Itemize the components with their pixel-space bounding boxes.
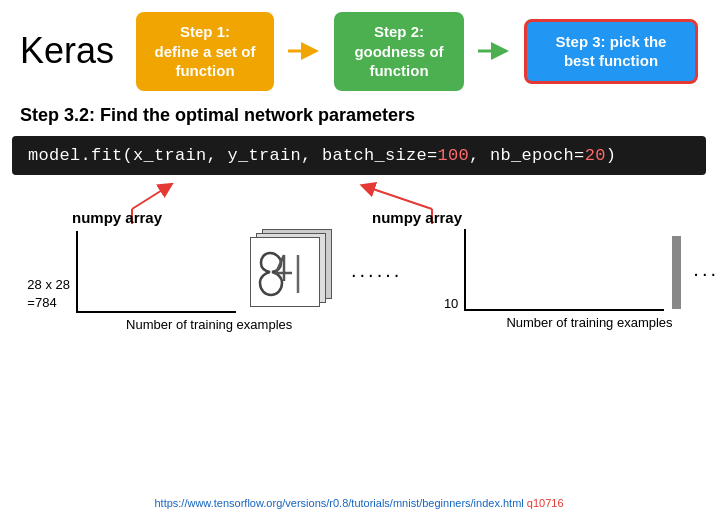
- header-section: Keras Step 1: define a set of function S…: [0, 0, 718, 99]
- step1-label: Step 1:: [150, 22, 260, 42]
- arrow1-icon: [286, 39, 322, 63]
- footer-url: https://www.tensorflow.org/versions/r0.8…: [154, 497, 523, 509]
- right-axis-label: 10: [444, 296, 458, 311]
- arrow2-icon: [476, 39, 512, 63]
- right-diagram-caption: Number of training examples: [506, 315, 672, 330]
- step2-card: Step 2: goodness of function: [334, 12, 464, 91]
- step1-card: Step 1: define a set of function: [136, 12, 274, 91]
- right-y-axis: [464, 229, 466, 309]
- left-dots: ......: [351, 259, 402, 282]
- right-dots: ......: [693, 258, 718, 281]
- numpy-left-label: numpy array: [72, 209, 162, 226]
- step3-card: Step 3: pick the best function: [524, 19, 698, 84]
- step3-label: Step 3: pick the best function: [541, 32, 681, 71]
- step32-heading: Step 3.2: Find the optimal network param…: [0, 99, 718, 132]
- left-y-axis: [76, 231, 78, 311]
- diagrams-section: 28 x 28=784: [0, 229, 718, 332]
- left-diagram-caption: Number of training examples: [126, 317, 292, 332]
- numpy-right-label: numpy array: [372, 209, 462, 226]
- step2-label: Step 2:: [348, 22, 450, 42]
- left-axis-label: 28 x 28=784: [27, 276, 70, 312]
- code-block: model.fit(x_train, y_train, batch_size=1…: [12, 136, 706, 175]
- image-stack: [244, 229, 339, 311]
- right-diagram: 10: [428, 229, 718, 332]
- onehot-grid: [672, 236, 681, 309]
- svg-line-5: [367, 187, 432, 209]
- step1-desc: define a set of function: [150, 42, 260, 81]
- handwriting-svg: [256, 243, 314, 301]
- code-text: model.fit(x_train, y_train, batch_size=1…: [28, 146, 616, 165]
- step2-desc: goodness of function: [348, 42, 450, 81]
- right-x-axis: [464, 309, 664, 311]
- frame-front: [250, 237, 320, 307]
- left-x-axis: [76, 311, 236, 313]
- arrows-overlay: numpy array numpy array: [12, 179, 706, 229]
- keras-title: Keras: [20, 30, 114, 72]
- footer-id: q10716: [527, 497, 564, 509]
- svg-line-3: [132, 187, 167, 209]
- footer: https://www.tensorflow.org/versions/r0.8…: [0, 497, 718, 509]
- left-diagram: 28 x 28=784: [10, 229, 408, 332]
